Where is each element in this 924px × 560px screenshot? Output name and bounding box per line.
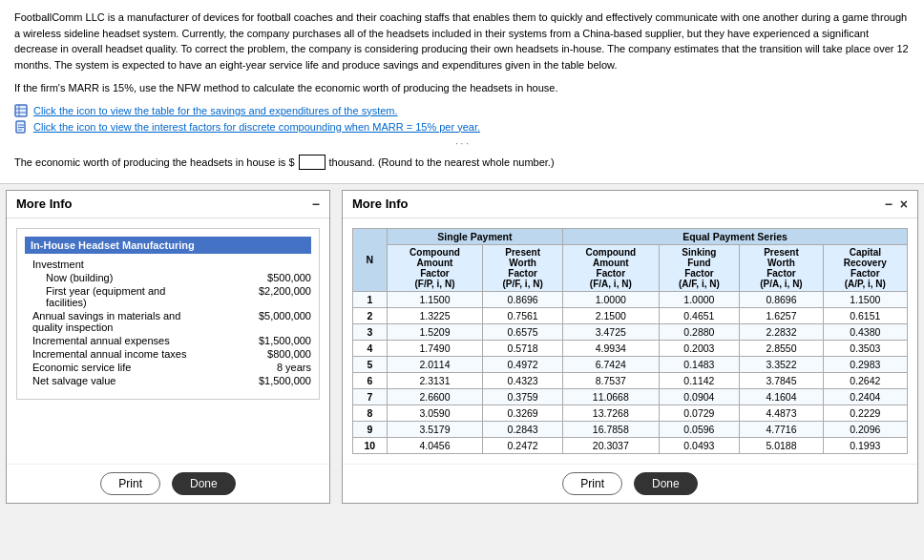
- col-afi-header: SinkingFundFactor(A/F, i, N): [659, 244, 740, 291]
- table-row: 8 3.0590 0.3269 13.7268 0.0729 4.4873 0.…: [353, 404, 908, 421]
- cell-api: 0.2983: [823, 356, 907, 372]
- cell-pfi: 0.4972: [483, 356, 563, 372]
- cell-fai: 3.4725: [563, 323, 659, 340]
- cell-pai: 4.4873: [740, 404, 823, 421]
- cell-n: 10: [353, 437, 388, 453]
- cell-pfi: 0.3269: [483, 404, 563, 421]
- svg-rect-0: [15, 105, 27, 116]
- left-panel-header: More Info −: [7, 191, 329, 218]
- table-row: 4 1.7490 0.5718 4.9934 0.2003 2.8550 0.3…: [353, 340, 908, 356]
- cell-api: 0.4380: [823, 323, 907, 340]
- panels-row: More Info − In-House Headset Manufacturi…: [0, 184, 924, 509]
- cell-api: 0.3503: [823, 340, 907, 356]
- cell-api: 0.2404: [823, 388, 907, 404]
- cell-pfi: 0.8696: [483, 291, 563, 307]
- minimize-button-right[interactable]: −: [885, 197, 892, 212]
- main-content: FootballComm LLC is a manufacturer of de…: [0, 0, 924, 184]
- cell-n: 7: [353, 388, 388, 404]
- label-life: Economic service life: [32, 362, 235, 373]
- cell-fai: 4.9934: [563, 340, 659, 356]
- cell-fai: 6.7424: [563, 356, 659, 372]
- cell-afi: 0.2880: [659, 323, 740, 340]
- value-taxes: $800,000: [235, 348, 311, 360]
- col-fpi-header: CompoundAmountFactor(F/P, i, N): [387, 244, 482, 291]
- cell-pai: 4.7716: [740, 421, 823, 437]
- label-building: Now (building): [46, 272, 235, 283]
- label-investment: Investment: [32, 259, 235, 270]
- cell-n: 3: [353, 323, 388, 340]
- cell-n: 4: [353, 340, 388, 356]
- cell-pai: 3.3522: [740, 356, 823, 372]
- label-expenses: Incremental annual expenses: [32, 335, 235, 346]
- cell-n: 6: [353, 372, 388, 388]
- close-button-right[interactable]: ×: [900, 197, 908, 212]
- label-salvage: Net salvage value: [32, 375, 235, 386]
- right-panel-title: More Info: [352, 197, 409, 211]
- cell-fpi: 2.3131: [387, 372, 482, 388]
- cell-fai: 1.0000: [563, 291, 659, 307]
- cell-pfi: 0.4323: [483, 372, 563, 388]
- cell-pai: 3.7845: [740, 372, 823, 388]
- cell-afi: 0.0493: [659, 437, 740, 453]
- doc-icon[interactable]: [14, 120, 28, 134]
- link-row-1[interactable]: Click the icon to view the table for the…: [14, 104, 910, 117]
- left-panel-body: In-House Headset Manufacturing Investmen…: [7, 218, 329, 464]
- right-panel-body: N Single Payment Equal Payment Series Co…: [343, 218, 917, 464]
- info-row-salvage: Net salvage value $1,500,000: [32, 374, 311, 387]
- interest-table-body: 1 1.1500 0.8696 1.0000 1.0000 0.8696 1.1…: [353, 291, 908, 453]
- right-panel-footer: Print Done: [343, 464, 917, 503]
- cell-fpi: 3.5179: [387, 421, 482, 437]
- cell-pai: 1.6257: [740, 307, 823, 323]
- cell-pai: 4.1604: [740, 388, 823, 404]
- table-icon[interactable]: [14, 104, 28, 117]
- table-row: 10 4.0456 0.2472 20.3037 0.0493 5.0188 0…: [353, 437, 908, 453]
- instruction-text: If the firm's MARR is 15%, use the NFW m…: [14, 80, 910, 96]
- table-row: 5 2.0114 0.4972 6.7424 0.1483 3.3522 0.2…: [353, 356, 908, 372]
- col-fai-header: CompoundAmountFactor(F/A, i, N): [563, 244, 659, 291]
- interest-table: N Single Payment Equal Payment Series Co…: [352, 228, 908, 454]
- left-print-button[interactable]: Print: [100, 472, 160, 495]
- question-row: The economic worth of producing the head…: [14, 155, 910, 170]
- cell-fai: 20.3037: [563, 437, 659, 453]
- table-row: 2 1.3225 0.7561 2.1500 0.4651 1.6257 0.6…: [353, 307, 908, 323]
- cell-pai: 0.8696: [740, 291, 823, 307]
- info-row-savings: Annual savings in materials and quality …: [32, 309, 311, 334]
- minimize-button[interactable]: −: [312, 197, 320, 212]
- cell-api: 0.6151: [823, 307, 907, 323]
- cell-afi: 0.2003: [659, 340, 740, 356]
- table-row: 9 3.5179 0.2843 16.7858 0.0596 4.7716 0.…: [353, 421, 908, 437]
- col-n-header: N: [353, 228, 388, 291]
- link1-text[interactable]: Click the icon to view the table for the…: [33, 105, 398, 116]
- label-savings: Annual savings in materials and quality …: [32, 310, 185, 333]
- cell-n: 1: [353, 291, 388, 307]
- cell-afi: 0.1483: [659, 356, 740, 372]
- right-print-button[interactable]: Print: [562, 472, 622, 495]
- cell-pfi: 0.2472: [483, 437, 563, 453]
- cell-afi: 0.0729: [659, 404, 740, 421]
- left-done-button[interactable]: Done: [172, 472, 236, 495]
- question-text: The economic worth of producing the head…: [14, 156, 295, 168]
- info-table: In-House Headset Manufacturing Investmen…: [16, 228, 320, 400]
- value-salvage: $1,500,000: [235, 375, 311, 386]
- link-row-2[interactable]: Click the icon to view the interest fact…: [14, 120, 910, 134]
- cell-fpi: 2.0114: [387, 356, 482, 372]
- link2-text[interactable]: Click the icon to view the interest fact…: [33, 121, 480, 133]
- description-text: FootballComm LLC is a manufacturer of de…: [14, 10, 910, 73]
- right-panel-controls: − ×: [885, 197, 908, 212]
- collapse-indicator: · · ·: [14, 138, 910, 149]
- cell-api: 0.2642: [823, 372, 907, 388]
- value-life: 8 years: [235, 362, 311, 373]
- value-equipment: $2,200,000: [235, 285, 311, 308]
- info-row-equipment: First year (equipment and facilities) $2…: [32, 284, 311, 309]
- cell-fai: 16.7858: [563, 421, 659, 437]
- right-done-button[interactable]: Done: [634, 472, 698, 495]
- info-rows: Investment Now (building) $500,000 First…: [25, 258, 311, 387]
- info-row-expenses: Incremental annual expenses $1,500,000: [32, 334, 311, 347]
- cell-pai: 2.2832: [740, 323, 823, 340]
- info-row-building: Now (building) $500,000: [32, 271, 311, 284]
- cell-fpi: 1.1500: [387, 291, 482, 307]
- cell-n: 8: [353, 404, 388, 421]
- cell-afi: 0.4651: [659, 307, 740, 323]
- col-pfi-header: PresentWorthFactor(P/F, i, N): [483, 244, 563, 291]
- answer-input[interactable]: [299, 155, 326, 170]
